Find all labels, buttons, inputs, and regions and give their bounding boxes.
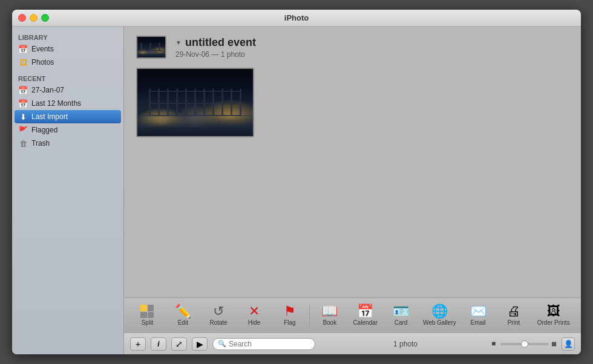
split-button[interactable]: Split [130,301,165,331]
rotate-button[interactable]: ↺ Rotate [201,301,236,331]
slider-area: ◾ ◼ [490,340,557,348]
email-icon: ✉️ [470,305,487,318]
print-button[interactable]: 🖨 Print [497,301,531,331]
sidebar-item-photos[interactable]: 🖼 Photos [12,56,123,69]
calendar-icon: 📅 [357,305,373,318]
email-button[interactable]: ✉️ Email [461,301,496,331]
flag-icon: ⚑ [284,305,296,318]
titlebar: iPhoto [12,10,581,27]
view-button[interactable]: 👤 [562,337,575,351]
iphoto-window: iPhoto LIBRARY 📅 Events 🖼 Photos RECENT … [12,10,581,354]
edit-button[interactable]: ✏️ Edit [166,301,200,331]
event-header: ▼ untitled event 29-Nov-06 — 1 photo [136,36,569,59]
info-button[interactable]: i [151,337,166,351]
sidebar-item-lastimport-label: Last Import [31,112,68,121]
calendar-button[interactable]: 📅 Calendar [348,301,382,331]
play-icon: ▶ [197,339,203,349]
sidebar-item-27jan07-label: 27-Jan-07 [31,86,64,94]
library-header: LIBRARY [12,31,123,42]
bridge-photo [137,69,253,136]
event-separator: — [211,50,220,59]
hide-icon: ✕ [249,305,260,318]
print-label: Print [508,319,520,326]
flag-label: Flag [284,319,295,326]
trash-icon: 🗑 [18,138,28,148]
search-box[interactable]: 🔍 [212,338,315,350]
sidebar-item-flagged-label: Flagged [31,126,57,134]
orderprints-icon: 🖼 [547,305,560,318]
recent-header: RECENT [12,73,123,83]
event-photo-count: 1 photo [221,50,245,59]
sidebar-item-events-label: Events [31,45,54,53]
webgallery-button[interactable]: 🌐 Web Gallery [419,301,460,331]
flag-button[interactable]: ⚑ Flag [273,301,307,331]
calendar-small-icon: 📅 [18,85,28,95]
minimize-button[interactable] [30,14,38,22]
flagged-icon: 🚩 [18,125,28,135]
webgallery-icon: 🌐 [431,305,448,318]
toolbar-divider-1 [309,305,310,327]
add-button[interactable]: + [130,337,146,351]
maximize-button[interactable] [41,14,49,22]
sidebar-item-last12months[interactable]: 📅 Last 12 Months [12,97,123,110]
sidebar-item-lastimport[interactable]: ⬇ Last Import [15,110,121,123]
sidebar-item-trash[interactable]: 🗑 Trash [12,137,123,150]
orderprints-label: Order Prints [537,319,570,326]
sidebar-item-last12months-label: Last 12 Months [31,99,81,108]
print-icon: 🖨 [507,305,520,318]
photo-image [136,68,254,137]
search-input[interactable] [229,340,307,348]
search-icon: 🔍 [218,340,226,348]
view-icon: 👤 [564,340,573,348]
sidebar-item-flagged[interactable]: 🚩 Flagged [12,123,123,137]
sidebar: LIBRARY 📅 Events 🖼 Photos RECENT 📅 27-Ja… [12,27,124,354]
email-label: Email [471,319,486,326]
window-title: iPhoto [284,13,309,22]
split-label: Split [142,319,153,326]
content-area: ▼ untitled event 29-Nov-06 — 1 photo [124,27,581,354]
photo-item[interactable] [136,68,254,137]
edit-label: Edit [178,319,188,326]
zoom-out-icon: ◾ [490,340,498,348]
toolbar: Split ✏️ Edit ↺ Rotate ✕ Hide ⚑ Flag [124,297,581,333]
rotate-icon: ↺ [213,305,224,318]
info-icon: i [157,340,159,348]
orderprints-button[interactable]: 🖼 Order Prints [532,301,575,331]
photo-grid [136,68,569,137]
webgallery-label: Web Gallery [423,319,456,326]
event-date: 29-Nov-06 [175,50,209,59]
photos-icon: 🖼 [18,57,28,67]
hide-button[interactable]: ✕ Hide [237,301,272,331]
photo-count-label: 1 photo [326,340,485,348]
close-button[interactable] [18,14,26,22]
photo-browser: ▼ untitled event 29-Nov-06 — 1 photo [124,27,581,297]
size-slider-thumb [521,340,528,348]
play-button[interactable]: ▶ [192,337,208,351]
zoom-in-icon: ◼ [551,340,557,348]
event-info: ▼ untitled event 29-Nov-06 — 1 photo [175,36,256,59]
split-icon [140,305,154,318]
book-button[interactable]: 📖 Book [312,301,347,331]
event-thumbnail-image [137,37,165,57]
sidebar-item-trash-label: Trash [31,139,50,148]
add-icon: + [136,339,140,349]
card-button[interactable]: 🪪 Card [384,301,418,331]
traffic-lights [18,14,49,22]
event-thumbnail[interactable] [136,36,166,59]
bottom-bar: + i ⤢ ▶ 🔍 1 photo ◾ [124,333,581,354]
hide-label: Hide [248,319,261,326]
event-title: untitled event [185,36,256,49]
edit-icon: ✏️ [175,305,191,318]
disclosure-triangle-icon: ▼ [175,39,182,46]
sidebar-item-photos-label: Photos [31,58,54,67]
book-label: Book [323,319,336,326]
size-slider[interactable] [500,343,549,345]
fullscreen-icon: ⤢ [175,339,183,349]
fullscreen-button[interactable]: ⤢ [171,337,187,351]
main-content: LIBRARY 📅 Events 🖼 Photos RECENT 📅 27-Ja… [12,27,581,354]
rotate-label: Rotate [209,319,227,326]
calendar-label: Calendar [353,319,378,326]
events-icon: 📅 [18,44,28,54]
sidebar-item-27jan07[interactable]: 📅 27-Jan-07 [12,83,123,97]
sidebar-item-events[interactable]: 📅 Events [12,42,123,56]
